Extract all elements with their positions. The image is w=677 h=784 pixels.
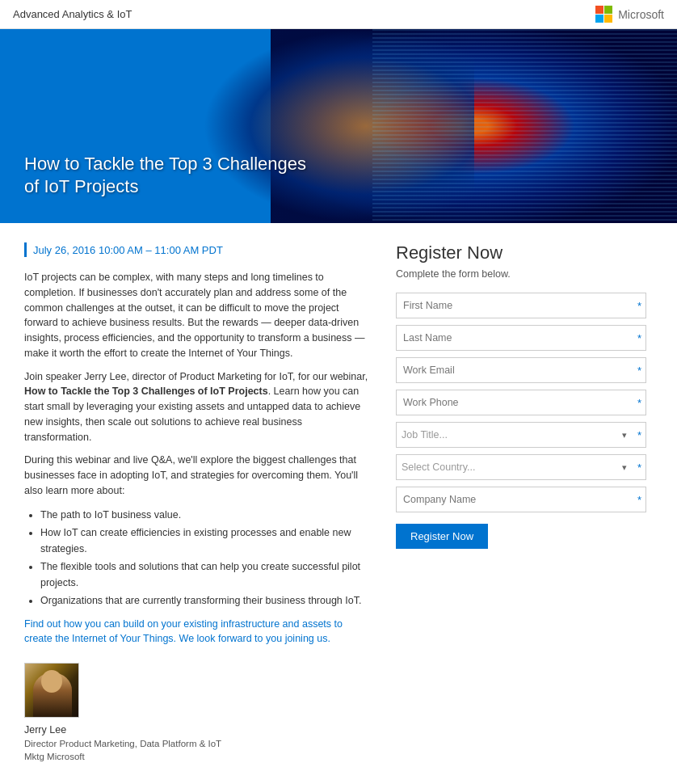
speaker-photo (24, 663, 79, 718)
phone-group: * (396, 390, 646, 415)
page-header: Advanced Analytics & IoT Microsoft (0, 0, 677, 29)
last-name-group: * (396, 325, 646, 351)
last-name-input[interactable] (396, 325, 646, 351)
required-star: * (637, 365, 641, 377)
para2-prefix: Join speaker Jerry Lee, director of Prod… (24, 371, 368, 382)
hero-banner: How to Tackle the Top 3 Challenges of Io… (0, 29, 677, 223)
bullet-list: The path to IoT business value. How IoT … (40, 507, 372, 609)
job-title-select[interactable]: Job Title... Manager Director VP C-Level… (396, 422, 646, 448)
bullet-item: How IoT can create efficiencies in exist… (40, 525, 372, 557)
event-date: July 26, 2016 10:00 AM – 11:00 AM PDT (24, 242, 372, 257)
speaker-section: Jerry Lee Director Product Marketing, Da… (24, 663, 372, 763)
register-now-button[interactable]: Register Now (396, 524, 488, 549)
email-group: * (396, 357, 646, 383)
speaker-name: Jerry Lee (24, 724, 372, 736)
required-star: * (637, 494, 641, 506)
speaker-title2: Mktg Microsoft (24, 750, 372, 763)
body-para2: Join speaker Jerry Lee, director of Prod… (24, 369, 372, 445)
email-input[interactable] (396, 357, 646, 383)
bullet-item: The flexible tools and solutions that ca… (40, 558, 372, 591)
speaker-title1: Director Product Marketing, Data Platfor… (24, 737, 372, 750)
country-group: Select Country... United States Canada U… (396, 454, 646, 480)
body-para3: During this webinar and live Q&A, we'll … (24, 453, 372, 498)
phone-input[interactable] (396, 390, 646, 415)
hero-lines-graphic (372, 29, 677, 223)
country-select[interactable]: Select Country... United States Canada U… (396, 454, 646, 480)
microsoft-logo: Microsoft (595, 6, 664, 23)
event-datetime: July 26, 2016 10:00 AM – 11:00 AM PDT (33, 244, 223, 256)
date-bar-icon (24, 242, 27, 257)
bullet-item: Organizations that are currently transfo… (40, 592, 372, 609)
body-para4: Find out how you can build on your exist… (24, 617, 372, 647)
ms-logo-text: Microsoft (618, 8, 664, 21)
register-title: Register Now (396, 242, 646, 263)
site-title: Advanced Analytics & IoT (13, 8, 132, 20)
first-name-group: * (396, 293, 646, 318)
company-group: * (396, 487, 646, 512)
para2-bold: How to Tackle the Top 3 Challenges of Io… (24, 386, 268, 397)
required-star: * (637, 300, 641, 312)
ms-logo-grid (595, 6, 612, 23)
required-star: * (637, 397, 641, 409)
para4-link: Find out how you can build on your exist… (24, 618, 343, 645)
job-title-group: Job Title... Manager Director VP C-Level… (396, 422, 646, 448)
required-star: * (637, 332, 641, 344)
hero-content: How to Tackle the Top 3 Challenges of Io… (24, 153, 315, 199)
required-star: * (637, 462, 641, 474)
registration-form-container: Register Now Complete the form below. * … (396, 242, 646, 549)
register-subtitle: Complete the form below. (396, 268, 646, 280)
first-name-input[interactable] (396, 293, 646, 318)
bullet-item: The path to IoT business value. (40, 507, 372, 523)
main-content: July 26, 2016 10:00 AM – 11:00 AM PDT Io… (0, 223, 677, 782)
required-star: * (637, 429, 641, 441)
body-para1: IoT projects can be complex, with many s… (24, 270, 372, 361)
hero-title: How to Tackle the Top 3 Challenges of Io… (24, 153, 315, 199)
company-input[interactable] (396, 487, 646, 512)
left-column: July 26, 2016 10:00 AM – 11:00 AM PDT Io… (24, 242, 396, 763)
